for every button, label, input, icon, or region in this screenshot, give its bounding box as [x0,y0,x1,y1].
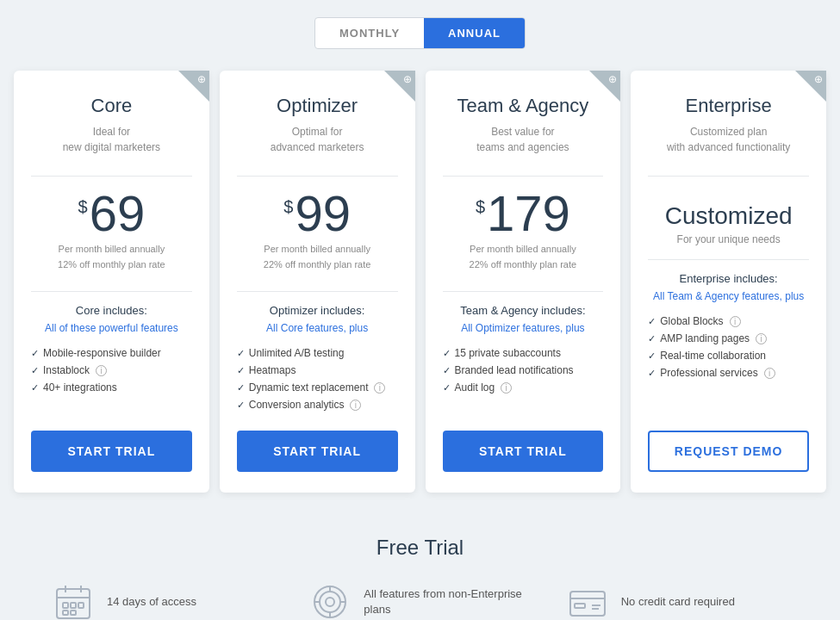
checkmark-icon: ✓ [31,382,39,394]
info-icon[interactable]: i [730,316,741,327]
plan-name-core: Core [31,95,192,117]
features-list-team-agency: ✓ 15 private subaccounts ✓ Branded lead … [443,344,604,413]
free-trial-item-2: No credit card required [549,580,806,620]
svg-rect-7 [63,611,68,615]
feature-item: ✓ Mobile-responsive builder [31,344,192,362]
feature-text: Instablock [43,364,90,376]
info-icon[interactable]: i [350,400,361,411]
price-amount-team-agency: 179 [487,189,570,239]
divider-top-team-agency [443,176,604,177]
feature-text: Branded lead notifications [455,364,574,376]
includes-link-team-agency[interactable]: All Optimizer features, plus [443,322,604,334]
svg-rect-8 [71,611,76,615]
free-trial-item-1: All features from non-Enterprise plans [291,580,548,620]
includes-link-optimizer[interactable]: All Core features, plus [237,322,398,334]
features-list-core: ✓ Mobile-responsive builder ✓ Instablock… [31,344,192,413]
annual-toggle-btn[interactable]: ANNUAL [424,18,525,48]
billing-note-optimizer: Per month billed annually22% off monthly… [237,242,398,272]
checkmark-icon: ✓ [31,365,39,376]
checkmark-icon: ✓ [648,316,656,327]
includes-label-team-agency: Team & Agency includes: [443,304,604,317]
includes-link-enterprise[interactable]: All Team & Agency features, plus [648,290,809,302]
info-icon[interactable]: i [756,333,767,344]
plan-card-core: ⊕ Core Ideal fornew digital marketers $ … [14,71,209,493]
price-dollar-optimizer: $ [283,197,293,217]
checkmark-icon: ✓ [443,348,451,359]
free-trial-features: 14 days of access All features from non-… [0,580,840,620]
feature-item: ✓ Branded lead notifications [443,362,604,379]
features-list-optimizer: ✓ Unlimited A/B testing ✓ Heatmaps ✓ Dyn… [237,344,398,413]
free-trial-icon-calendar [52,580,95,620]
feature-item: ✓ Dynamic text replacement i [237,379,398,396]
checkmark-icon: ✓ [648,368,656,379]
price-block-team-agency: $ 179 [443,189,604,239]
free-trial-text-2: No credit card required [621,594,735,610]
feature-text: Unlimited A/B testing [249,347,345,359]
includes-link-core[interactable]: All of these powerful features [31,322,192,334]
feature-item: ✓ 40+ integrations [31,379,192,396]
start-trial-btn-team-agency[interactable]: START TRIAL [443,431,604,472]
plan-name-enterprise: Enterprise [648,95,809,117]
feature-text: Dynamic text replacement [249,381,369,394]
badge-icon-optimizer: ⊕ [403,74,412,84]
price-dollar-core: $ [78,197,88,217]
plans-grid: ⊕ Core Ideal fornew digital marketers $ … [0,71,840,493]
svg-rect-18 [575,604,585,608]
divider-top-enterprise [648,176,809,177]
plan-badge-optimizer: ⊕ [384,71,415,102]
info-icon[interactable]: i [96,365,107,376]
start-trial-btn-optimizer[interactable]: START TRIAL [237,431,398,472]
monthly-toggle-btn[interactable]: MONTHLY [315,18,424,48]
feature-text: Professional services [660,367,757,379]
includes-label-optimizer: Optimizer includes: [237,304,398,317]
page-wrapper: MONTHLY ANNUAL ⊕ Core Ideal fornew digit… [0,0,840,620]
info-icon[interactable]: i [764,368,775,379]
plan-badge-core: ⊕ [178,71,209,102]
free-trial-icon-target [308,580,352,620]
billing-note-team-agency: Per month billed annually22% off monthly… [443,242,604,272]
checkmark-icon: ✓ [237,348,245,359]
feature-text: 40+ integrations [43,381,117,394]
feature-text: Global Blocks [660,315,723,327]
request-demo-btn-enterprise[interactable]: REQUEST DEMO [648,431,809,472]
plan-badge-team-agency: ⊕ [589,71,620,102]
free-trial-text-0: 14 days of access [107,594,196,610]
toggle-container: MONTHLY ANNUAL [314,17,526,49]
feature-text: Heatmaps [249,364,296,376]
feature-item: ✓ Instablock i [31,362,192,379]
price-block-core: $ 69 [31,189,192,239]
plan-card-team-agency: ⊕ Team & Agency Best value forteams and … [426,71,621,493]
price-amount-core: 69 [90,189,146,239]
plan-tagline-enterprise: Customized planwith advanced functionali… [648,124,809,155]
plan-card-optimizer: ⊕ Optimizer Optimal foradvanced marketer… [220,71,415,493]
svg-rect-5 [71,603,76,608]
includes-label-enterprise: Enterprise includes: [648,272,809,285]
divider-mid-enterprise [648,259,809,260]
feature-item: ✓ Audit log i [443,379,604,396]
price-block-optimizer: $ 99 [237,189,398,239]
plan-badge-enterprise: ⊕ [795,71,826,102]
checkmark-icon: ✓ [443,382,451,394]
badge-icon-team-agency: ⊕ [608,74,617,84]
free-trial-title: Free Trial [0,536,840,560]
feature-text: AMP landing pages [660,332,750,344]
feature-item: ✓ Global Blocks i [648,313,809,330]
start-trial-btn-core[interactable]: START TRIAL [31,431,192,472]
feature-text: Conversion analytics [249,399,345,411]
feature-item: ✓ Real-time collaboration [648,347,809,364]
price-custom-sub-enterprise: For your unique needs [648,233,809,245]
feature-item: ✓ Unlimited A/B testing [237,344,398,362]
checkmark-icon: ✓ [237,400,245,411]
free-trial-item-0: 14 days of access [34,580,291,620]
info-icon[interactable]: i [374,382,385,394]
checkmark-icon: ✓ [31,348,39,359]
svg-rect-6 [78,603,84,608]
plan-card-enterprise: ⊕ Enterprise Customized planwith advance… [631,71,826,493]
free-trial-icon-card [566,580,609,620]
feature-item: ✓ AMP landing pages i [648,330,809,347]
svg-rect-4 [63,603,68,608]
info-icon[interactable]: i [501,382,512,394]
plan-tagline-team-agency: Best value forteams and agencies [443,124,604,155]
price-amount-optimizer: 99 [295,189,351,239]
svg-point-10 [320,592,340,612]
